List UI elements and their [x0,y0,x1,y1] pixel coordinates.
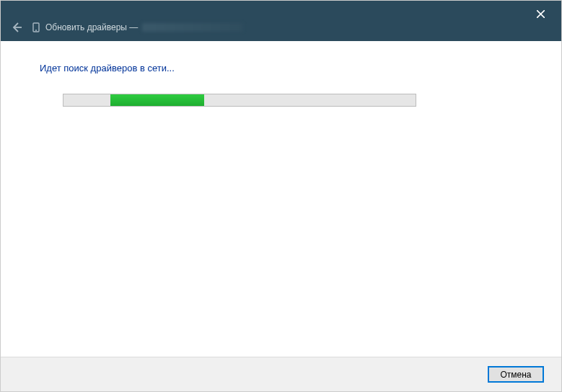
footer: Отмена [1,357,561,391]
device-icon [32,22,40,32]
device-name-redacted [142,23,243,32]
progress-bar [63,94,416,107]
content-area: Идет поиск драйверов в сети... [1,41,561,357]
window-title: Обновить драйверы — [45,22,243,32]
back-button[interactable] [11,22,22,33]
status-text: Идет поиск драйверов в сети... [40,63,527,74]
close-button[interactable] [525,4,556,24]
driver-update-window: Обновить драйверы — Идет поиск драйверов… [0,0,562,392]
cancel-button[interactable]: Отмена [488,366,544,383]
titlebar: Обновить драйверы — [1,1,561,41]
title-prefix: Обновить драйверы — [45,22,138,32]
progress-indicator [110,94,204,106]
